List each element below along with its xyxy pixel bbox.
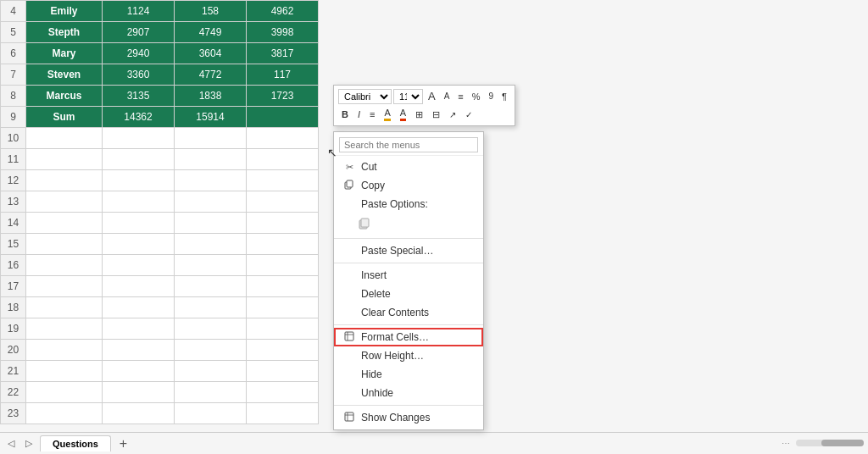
table-row: 19 <box>1 318 319 340</box>
table-row[interactable]: 8 Marcus 3135 1838 1723 <box>1 86 319 107</box>
hide-menu-item[interactable]: Hide <box>334 365 483 384</box>
row-number: 14 <box>1 213 26 234</box>
cut-menu-item[interactable]: ✂ Cut <box>334 158 483 176</box>
data-cell[interactable]: 3360 <box>103 64 175 86</box>
scroll-thumb[interactable] <box>821 440 864 446</box>
merge-button[interactable]: ⊟ <box>429 108 443 122</box>
row-number: 22 <box>1 382 26 403</box>
data-cell[interactable]: 2940 <box>103 43 175 64</box>
data-cell[interactable]: 3998 <box>247 22 319 43</box>
data-cell[interactable]: 117 <box>247 64 319 86</box>
unhide-label: Unhide <box>361 387 393 399</box>
table-row: 16 <box>1 255 319 276</box>
sum-label[interactable]: Sum <box>26 107 103 128</box>
sheet-tab-questions[interactable]: Questions <box>40 435 111 451</box>
menu-search-input[interactable] <box>339 137 478 152</box>
decrease-font-button[interactable]: A <box>441 90 453 102</box>
table-row[interactable]: 9 Sum 14362 15914 <box>1 107 319 128</box>
name-cell[interactable]: Stepth <box>26 22 103 43</box>
name-cell[interactable]: Emily <box>26 1 103 22</box>
unhide-menu-item[interactable]: Unhide <box>334 384 483 402</box>
svg-rect-3 <box>361 219 369 227</box>
data-table: 4 Emily 1124 158 4962 5 Stepth 2907 4749… <box>0 0 319 424</box>
data-cell[interactable]: 1838 <box>175 86 247 107</box>
data-cell[interactable]: 4749 <box>175 22 247 43</box>
format-cells-menu-item[interactable]: Format Cells… <box>334 328 483 346</box>
name-cell[interactable]: Marcus <box>26 86 103 107</box>
copy-label: Copy <box>361 180 385 191</box>
row-number: 18 <box>1 297 26 318</box>
cut-icon: ✂ <box>342 162 356 173</box>
table-row: 18 <box>1 297 319 318</box>
data-cell[interactable]: 3817 <box>247 43 319 64</box>
sum-data[interactable] <box>247 107 319 128</box>
show-changes-menu-item[interactable]: Show Changes <box>334 408 483 427</box>
data-cell[interactable]: 1723 <box>247 86 319 107</box>
row-number: 8 <box>1 86 26 107</box>
paste-special-label: Paste Special… <box>361 245 433 257</box>
clear-contents-menu-item[interactable]: Clear Contents <box>334 303 483 322</box>
table-row: 13 <box>1 191 319 213</box>
menu-separator-2 <box>334 263 483 263</box>
svg-rect-4 <box>345 332 353 340</box>
comma-button[interactable]: 9 <box>486 90 498 102</box>
table-row[interactable]: 5 Stepth 2907 4749 3998 <box>1 22 319 43</box>
menu-separator-4 <box>334 405 483 406</box>
data-cell[interactable]: 3135 <box>103 86 175 107</box>
data-cell[interactable]: 158 <box>175 1 247 22</box>
table-row: 22 <box>1 382 319 403</box>
toolbar-row-2: B I ≡ A A ⊞ ⊟ ↗ ✓ <box>338 106 510 123</box>
percent-button[interactable]: % <box>469 90 484 103</box>
row-number: 19 <box>1 318 26 340</box>
extra-btn1[interactable]: ↗ <box>446 108 459 121</box>
row-number: 10 <box>1 128 26 149</box>
data-cell[interactable]: 1124 <box>103 1 175 22</box>
toolbar-row-1: Calibri 11 A A ≡ % 9 ¶ <box>338 88 510 104</box>
fill-color-button[interactable]: ≡ <box>454 90 466 103</box>
italic-button[interactable]: I <box>354 108 364 121</box>
border-button[interactable]: ⊞ <box>412 108 426 122</box>
cut-label: Cut <box>361 161 377 173</box>
scroll-track[interactable] <box>796 440 864 446</box>
sum-data[interactable]: 15914 <box>175 107 247 128</box>
table-row[interactable]: 6 Mary 2940 3604 3817 <box>1 43 319 64</box>
delete-menu-item[interactable]: Delete <box>334 285 483 303</box>
row-height-menu-item[interactable]: Row Height… <box>334 346 483 365</box>
context-menu: ✂ Cut Copy Paste Options: Paste Special…… <box>333 131 484 430</box>
increase-font-button[interactable]: A <box>425 88 439 104</box>
data-cell[interactable]: 4962 <box>247 1 319 22</box>
fill-color-btn2[interactable]: A <box>381 106 393 123</box>
copy-menu-item[interactable]: Copy <box>334 176 483 195</box>
tab-nav-left[interactable]: ◁ <box>4 436 18 451</box>
menu-separator-3 <box>334 324 483 325</box>
add-sheet-button[interactable]: + <box>115 437 131 451</box>
data-cell[interactable]: 4772 <box>175 64 247 86</box>
font-size-select[interactable]: 11 <box>393 89 423 104</box>
format-button[interactable]: ¶ <box>498 90 510 103</box>
font-color-btn[interactable]: A <box>397 106 409 123</box>
row-number: 6 <box>1 43 26 64</box>
bold-button[interactable]: B <box>338 108 352 121</box>
paste-options-label: Paste Options: <box>361 198 428 210</box>
data-cell[interactable]: 2907 <box>103 22 175 43</box>
table-row: 11 <box>1 149 319 170</box>
table-row[interactable]: 4 Emily 1124 158 4962 <box>1 1 319 22</box>
clear-label: Clear Contents <box>361 307 429 318</box>
tab-nav-right[interactable]: ▷ <box>22 436 36 451</box>
name-cell[interactable]: Steven <box>26 64 103 86</box>
paste-special-menu-item[interactable]: Paste Special… <box>334 241 483 260</box>
table-row[interactable]: 7 Steven 3360 4772 117 <box>1 64 319 86</box>
sum-data[interactable]: 14362 <box>103 107 175 128</box>
horizontal-scrollbar[interactable]: ⋯ <box>766 432 868 454</box>
data-cell[interactable]: 3604 <box>175 43 247 64</box>
row-number: 4 <box>1 1 26 22</box>
name-cell[interactable]: Mary <box>26 43 103 64</box>
format-cells-label: Format Cells… <box>361 331 429 343</box>
font-select[interactable]: Calibri <box>338 89 392 104</box>
align-button[interactable]: ≡ <box>366 108 378 121</box>
extra-btn2[interactable]: ✓ <box>462 108 476 121</box>
format-cells-icon <box>342 331 356 343</box>
insert-menu-item[interactable]: Insert <box>334 266 483 285</box>
row-number: 5 <box>1 22 26 43</box>
table-row: 10 <box>1 128 319 149</box>
